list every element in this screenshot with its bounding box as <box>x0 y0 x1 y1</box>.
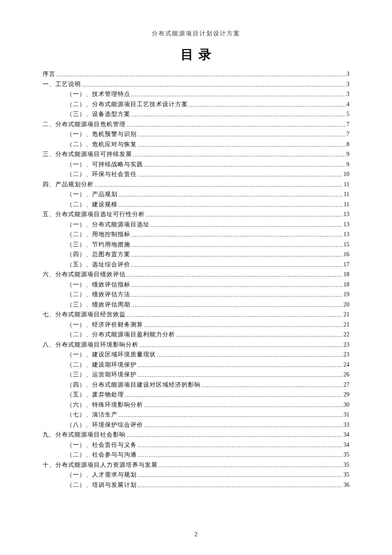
toc-entry-label: 五、分布式能源项目选址可行性分析 <box>43 211 145 217</box>
toc-entry[interactable]: （二）、环保与社会责任10 <box>43 171 349 177</box>
toc-leader-dots <box>126 432 343 438</box>
toc-entry-label: （八）、环境保护综合评价 <box>66 422 143 428</box>
toc-entry-page: 5 <box>346 111 349 117</box>
toc-entry[interactable]: （二）、建设期环境保护24 <box>43 362 349 368</box>
toc-entry[interactable]: （二）、分布式能源项目盈利能力分析22 <box>43 332 349 338</box>
toc-entry-label: （二）、建设期环境保护 <box>66 362 137 368</box>
toc-entry-label: 三、分布式能源项目可持续发展 <box>43 151 132 157</box>
toc-entry-page: 34 <box>343 442 349 448</box>
toc-entry[interactable]: 六、分布式能源项目绩效评估18 <box>43 272 349 278</box>
toc-leader-dots <box>143 402 343 408</box>
toc-entry[interactable]: （五）、废弃物处理29 <box>43 392 349 398</box>
toc-entry-label: 九、分布式能源项目社会影响 <box>43 432 126 438</box>
toc-entry[interactable]: （二）、培训与发展计划36 <box>43 482 349 488</box>
toc-entry[interactable]: （二）、建设规模11 <box>43 202 349 208</box>
toc-entry-page: 31 <box>343 412 349 418</box>
toc-entry[interactable]: 二、分布式能源项目危机管理7 <box>43 121 349 127</box>
toc-entry[interactable]: （二）、绩效评估方法19 <box>43 292 349 298</box>
toc-entry-page: 30 <box>343 402 349 408</box>
toc-entry[interactable]: （三）、节约用地措施15 <box>43 242 349 248</box>
toc-entry[interactable]: 十、分布式能源项目人力资源培养与发展35 <box>43 462 349 468</box>
toc-leader-dots <box>124 392 343 398</box>
toc-entry[interactable]: （三）、绩效评估周期20 <box>43 302 349 308</box>
toc-entry-label: 一、工艺说明 <box>43 81 81 87</box>
toc-entry[interactable]: 五、分布式能源项目选址可行性分析13 <box>43 211 349 217</box>
toc-entry-page: 3 <box>346 91 349 97</box>
toc-entry[interactable]: （二）、分布式能源项目工艺技术设计方案4 <box>43 101 349 107</box>
toc-leader-dots <box>130 282 343 288</box>
toc-leader-dots <box>126 312 343 318</box>
toc-entry-page: 3 <box>346 81 349 87</box>
toc-leader-dots <box>150 222 343 228</box>
toc-leader-dots <box>130 112 346 117</box>
toc-entry[interactable]: （一）、经济评价财务测算21 <box>43 322 349 328</box>
toc-entry-label: （一）、社会责任与义务 <box>66 442 137 448</box>
toc-entry-label: （一）、危机预警与识别 <box>66 131 137 137</box>
toc-entry[interactable]: 一、工艺说明3 <box>43 81 349 87</box>
toc-entry[interactable]: （二）、危机应对与恢复8 <box>43 142 349 147</box>
toc-entry[interactable]: 三、分布式能源项目可持续发展9 <box>43 151 349 157</box>
toc-entry-label: （一）、人才需求与规划 <box>66 472 137 478</box>
toc-entry-page: 8 <box>346 142 349 147</box>
toc-entry-page: 23 <box>343 342 349 348</box>
toc-entry[interactable]: （一）、可持续战略与实践9 <box>43 162 349 168</box>
toc-entry[interactable]: （二）、用地控制指标13 <box>43 231 349 237</box>
toc-entry-label: （二）、绩效评估方法 <box>66 292 130 298</box>
toc-entry[interactable]: （三）、设备选型方案5 <box>43 111 349 117</box>
toc-leader-dots <box>132 152 346 157</box>
toc-entry-page: 9 <box>346 162 349 168</box>
toc-leader-dots <box>143 162 346 168</box>
toc-entry-label: （二）、培训与发展计划 <box>66 482 137 488</box>
toc-entry[interactable]: 七、分布式能源项目经营效益21 <box>43 312 349 318</box>
toc-leader-dots <box>118 202 343 208</box>
toc-leader-dots <box>156 352 343 358</box>
toc-entry[interactable]: （一）、人才需求与规划35 <box>43 472 349 478</box>
toc-entry-label: （四）、总图布置方案 <box>66 251 130 257</box>
toc-entry[interactable]: （六）、特殊环境影响分析30 <box>43 402 349 408</box>
toc-entry[interactable]: （一）、技术管理特点3 <box>43 91 349 97</box>
toc-entry-page: 27 <box>343 382 349 388</box>
toc-entry[interactable]: （一）、社会责任与义务34 <box>43 442 349 448</box>
toc-entry-label: （五）、废弃物处理 <box>66 392 124 398</box>
toc-entry-page: 10 <box>343 171 349 177</box>
toc-entry[interactable]: （一）、建设区域环境质量现状23 <box>43 352 349 358</box>
toc-entry-page: 24 <box>343 362 349 368</box>
toc-leader-dots <box>94 182 343 188</box>
toc-entry[interactable]: （四）、总图布置方案16 <box>43 251 349 257</box>
toc-entry-label: （二）、建设规模 <box>66 202 118 208</box>
toc-leader-dots <box>81 82 346 87</box>
toc-entry[interactable]: （二）、社会参与与沟通35 <box>43 452 349 458</box>
toc-entry-label: 序言 <box>43 71 55 77</box>
toc-entry[interactable]: 九、分布式能源项目社会影响34 <box>43 432 349 438</box>
toc-entry-page: 9 <box>346 151 349 157</box>
toc-entry-page: 34 <box>343 432 349 438</box>
toc-entry-page: 23 <box>343 352 349 358</box>
toc-leader-dots <box>137 362 343 368</box>
toc-entry[interactable]: （三）、运营期环境保护26 <box>43 372 349 378</box>
toc-entry[interactable]: 四、产品规划分析11 <box>43 182 349 188</box>
toc-entry[interactable]: （一）、危机预警与识别7 <box>43 131 349 137</box>
toc-leader-dots <box>137 132 346 137</box>
toc-entry[interactable]: （一）、绩效评估指标18 <box>43 282 349 288</box>
toc-entry[interactable]: 八、分布式能源项目环境影响分析23 <box>43 342 349 348</box>
document-header: 分布式能源项目计划设计方案 <box>43 30 349 38</box>
toc-leader-dots <box>138 342 343 348</box>
toc-entry-label: （三）、设备选型方案 <box>66 111 130 117</box>
toc-leader-dots <box>175 332 343 338</box>
toc-entry-label: （一）、建设区域环境质量现状 <box>66 352 156 358</box>
toc-entry-page: 22 <box>343 332 349 338</box>
toc-entry[interactable]: （四）、分布式能源项目建设对区域经济的影响27 <box>43 382 349 388</box>
page-number: 2 <box>0 531 392 538</box>
toc-leader-dots <box>143 422 343 428</box>
toc-entry-label: 六、分布式能源项目绩效评估 <box>43 272 126 278</box>
toc-leader-dots <box>118 412 343 418</box>
toc-entry-label: （二）、用地控制指标 <box>66 231 130 237</box>
toc-entry[interactable]: （七）、清洁生产31 <box>43 412 349 418</box>
toc-entry[interactable]: 序言3 <box>43 71 349 77</box>
toc-entry[interactable]: （八）、环境保护综合评价33 <box>43 422 349 428</box>
toc-leader-dots <box>126 122 346 127</box>
toc-entry[interactable]: （五）、选址综合评价17 <box>43 262 349 268</box>
toc-entry-label: （三）、节约用地措施 <box>66 242 130 248</box>
toc-entry[interactable]: （一）、产品规划11 <box>43 191 349 197</box>
toc-entry[interactable]: （一）、分布式能源项目选址13 <box>43 222 349 228</box>
